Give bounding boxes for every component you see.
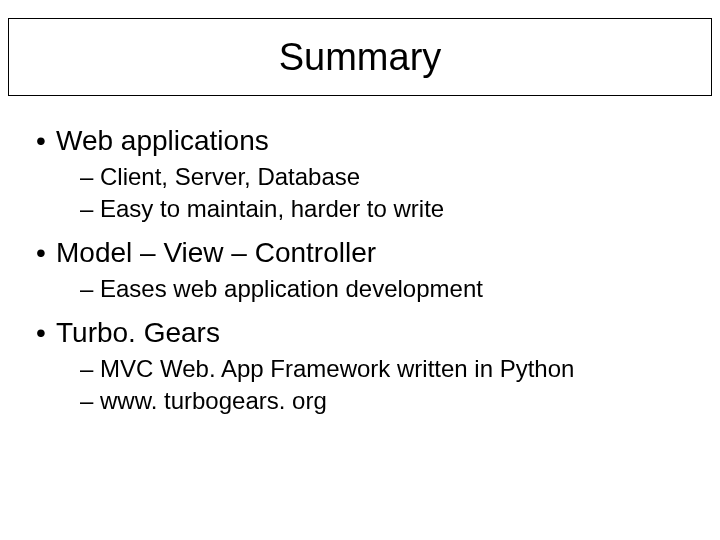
dash-icon: – xyxy=(80,387,100,415)
bullet-dot-icon: • xyxy=(32,237,56,269)
sub-bullet-text: Eases web application development xyxy=(100,275,483,303)
list-item: – Eases web application development xyxy=(32,275,688,303)
sub-list: – Eases web application development xyxy=(32,275,688,303)
sub-list: – MVC Web. App Framework written in Pyth… xyxy=(32,355,688,415)
list-item: – Client, Server, Database xyxy=(32,163,688,191)
dash-icon: – xyxy=(80,355,100,383)
list-item: • Web applications xyxy=(32,125,688,157)
list-item: • Turbo. Gears xyxy=(32,317,688,349)
bullet-text: Turbo. Gears xyxy=(56,317,220,349)
sub-bullet-text: Client, Server, Database xyxy=(100,163,360,191)
list-item: – www. turbogears. org xyxy=(32,387,688,415)
dash-icon: – xyxy=(80,195,100,223)
list-item: – MVC Web. App Framework written in Pyth… xyxy=(32,355,688,383)
slide: Summary • Web applications – Client, Ser… xyxy=(0,0,720,540)
sub-list: – Client, Server, Database – Easy to mai… xyxy=(32,163,688,223)
sub-bullet-text: www. turbogears. org xyxy=(100,387,327,415)
list-item: – Easy to maintain, harder to write xyxy=(32,195,688,223)
title-box: Summary xyxy=(8,18,712,96)
sub-bullet-text: Easy to maintain, harder to write xyxy=(100,195,444,223)
slide-content: • Web applications – Client, Server, Dat… xyxy=(32,125,688,429)
dash-icon: – xyxy=(80,163,100,191)
bullet-text: Web applications xyxy=(56,125,269,157)
list-item: • Model – View – Controller xyxy=(32,237,688,269)
bullet-dot-icon: • xyxy=(32,125,56,157)
bullet-text: Model – View – Controller xyxy=(56,237,376,269)
sub-bullet-text: MVC Web. App Framework written in Python xyxy=(100,355,574,383)
bullet-dot-icon: • xyxy=(32,317,56,349)
slide-title: Summary xyxy=(279,36,442,79)
dash-icon: – xyxy=(80,275,100,303)
